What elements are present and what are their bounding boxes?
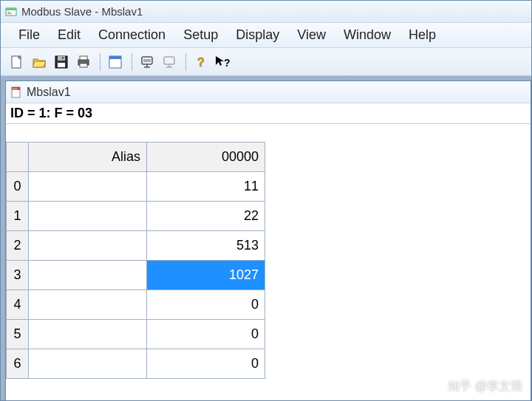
svg-rect-9 [62,57,64,59]
child-titlebar[interactable]: DOC Mbslav1 [6,81,531,103]
svg-rect-1 [6,8,16,10]
menubar: File Edit Connection Setup Display View … [1,23,531,48]
titlebar: Modbus Slave - Mbslav1 [1,1,531,23]
menu-display[interactable]: Display [227,24,288,46]
table-row: 60 [7,349,265,379]
context-help-icon[interactable]: ? [213,52,233,72]
window-title: Modbus Slave - Mbslav1 [21,5,143,18]
value-cell[interactable]: 0 [147,290,265,320]
main-window: Modbus Slave - Mbslav1 File Edit Connect… [0,0,532,401]
status-text: ID = 1: F = 03 [10,106,92,121]
menu-view[interactable]: View [288,24,335,46]
value-header[interactable]: 00000 [147,143,265,172]
table-row: 50 [7,320,265,349]
alias-header[interactable]: Alias [29,143,147,172]
document-icon: DOC [10,86,22,98]
row-index[interactable]: 6 [7,349,29,379]
svg-rect-12 [80,64,87,67]
table-row: 122 [7,202,265,231]
alias-cell[interactable] [29,202,147,231]
row-index[interactable]: 0 [7,172,29,202]
row-index[interactable]: 3 [7,261,29,290]
child-window: DOC Mbslav1 ID = 1: F = 03 Alias 00000 0… [5,80,531,401]
toolbar-separator [185,53,186,71]
table-row: 2513 [7,231,265,261]
gap-row [6,124,531,142]
svg-text:DOC: DOC [13,87,18,90]
toolbar: ? ? [1,48,531,76]
value-cell[interactable]: 22 [147,202,265,231]
register-grid: Alias 00000 011122251331027405060 [6,142,265,379]
table-row: 31027 [7,261,265,290]
alias-cell[interactable] [29,231,147,261]
disconnect-icon[interactable] [159,52,180,72]
value-cell[interactable]: 0 [147,349,265,379]
svg-rect-16 [143,59,151,62]
alias-cell[interactable] [29,290,147,320]
svg-rect-11 [80,56,87,60]
menu-file[interactable]: File [10,24,49,46]
row-index[interactable]: 1 [7,202,29,231]
value-cell[interactable]: 513 [147,231,265,261]
save-icon[interactable] [51,52,72,72]
open-icon[interactable] [29,52,50,72]
alias-cell[interactable] [29,261,147,290]
row-index[interactable]: 4 [7,290,29,320]
menu-setup[interactable]: Setup [174,24,227,46]
svg-rect-3 [7,13,12,14]
pane-icon[interactable] [105,52,126,72]
mdi-area: DOC Mbslav1 ID = 1: F = 03 Alias 00000 0… [1,76,531,400]
alias-cell[interactable] [29,349,147,379]
table-row: 40 [7,290,265,320]
svg-rect-8 [58,63,65,67]
print-icon[interactable] [73,52,94,72]
menu-help[interactable]: Help [400,24,445,46]
row-index[interactable]: 5 [7,320,29,349]
value-cell[interactable]: 11 [147,172,265,202]
svg-marker-23 [216,56,224,66]
svg-text:?: ? [224,57,231,69]
alias-cell[interactable] [29,172,147,202]
menu-window[interactable]: Window [335,24,400,46]
svg-rect-19 [164,57,174,64]
table-row: 011 [7,172,265,202]
help-icon[interactable]: ? [191,52,211,72]
value-cell[interactable]: 1027 [147,261,265,290]
new-icon[interactable] [7,52,27,72]
svg-text:?: ? [197,56,205,69]
svg-rect-14 [109,56,121,59]
connect-icon[interactable] [137,52,157,72]
toolbar-separator [132,53,132,71]
app-icon [5,6,17,18]
svg-rect-7 [58,56,65,61]
alias-cell[interactable] [29,320,147,349]
svg-rect-2 [7,12,10,13]
row-index[interactable]: 2 [7,231,29,261]
menu-edit[interactable]: Edit [49,24,89,46]
toolbar-separator [100,53,100,71]
child-title: Mbslav1 [27,86,71,99]
status-line: ID = 1: F = 03 [6,103,531,124]
grid-corner [7,143,29,172]
value-cell[interactable]: 0 [147,320,265,349]
menu-connection[interactable]: Connection [89,24,174,46]
